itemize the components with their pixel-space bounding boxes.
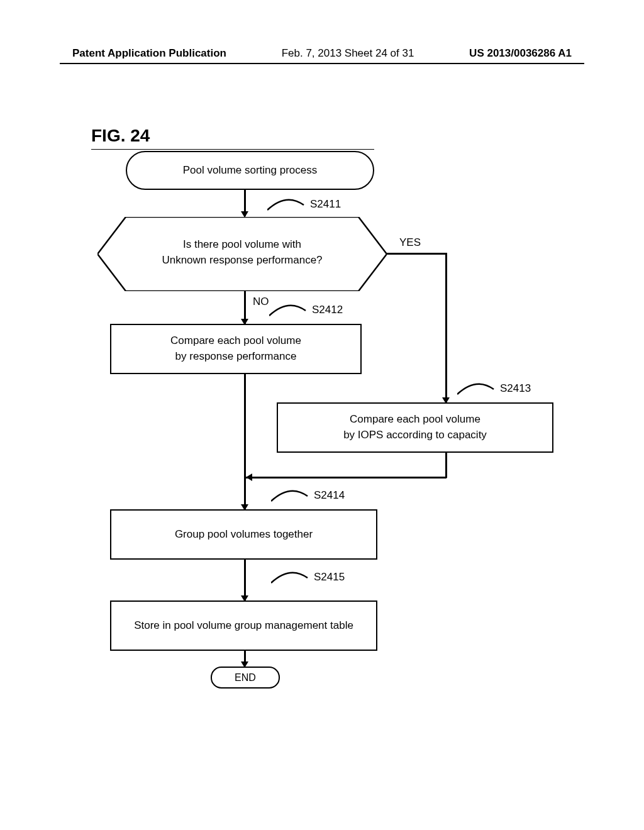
callout-arc-icon — [271, 569, 309, 585]
connector — [445, 453, 447, 478]
b4-text: Store in pool volume group management ta… — [134, 618, 353, 634]
figure-label: FIG. 24 — [91, 126, 150, 146]
connector — [244, 560, 246, 600]
start-label: Pool volume sorting process — [183, 164, 318, 177]
header-center: Feb. 7, 2013 Sheet 24 of 31 — [282, 47, 414, 60]
header-left: Patent Application Publication — [72, 47, 226, 60]
arrowhead-icon — [246, 473, 252, 481]
no-label: NO — [253, 296, 269, 308]
step-label-s2414: S2414 — [314, 489, 345, 502]
step-label-s2413: S2413 — [500, 382, 531, 395]
process-group-volumes: Group pool volumes together — [110, 509, 377, 560]
process-compare-iops: Compare each pool volume by IOPS accordi… — [277, 402, 553, 453]
flowchart-diagram: Pool volume sorting process S2411 Is the… — [91, 151, 569, 717]
b1-line1: Compare each pool volume — [170, 335, 301, 346]
yes-label: YES — [399, 236, 421, 249]
decision-box: Is there pool volume with Unknown respon… — [97, 217, 387, 291]
step-label-s2412: S2412 — [312, 304, 343, 316]
process-compare-response: Compare each pool volume by response per… — [110, 324, 362, 374]
page-header: Patent Application Publication Feb. 7, 2… — [0, 47, 644, 60]
step-label-s2411: S2411 — [310, 198, 341, 211]
callout-arc-icon — [271, 487, 309, 504]
header-rule — [60, 63, 584, 64]
b2-line1: Compare each pool volume — [350, 413, 480, 425]
connector — [445, 253, 447, 404]
process-store-table: Store in pool volume group management ta… — [110, 600, 377, 651]
callout-arc-icon — [269, 302, 307, 318]
b1-line2: by response performance — [175, 350, 297, 362]
step-label-s2415: S2415 — [314, 571, 345, 584]
b3-text: Group pool volumes together — [175, 527, 313, 543]
start-terminator: Pool volume sorting process — [126, 151, 374, 190]
connector — [244, 374, 246, 509]
connector — [245, 477, 447, 479]
decision-line2: Unknown response performance? — [162, 254, 322, 266]
b2-line2: by IOPS according to capacity — [343, 429, 487, 441]
end-label: END — [235, 672, 256, 683]
callout-arc-icon — [457, 380, 495, 397]
figure-underline — [91, 149, 374, 150]
decision-line1: Is there pool volume with — [183, 238, 301, 250]
end-terminator: END — [211, 667, 280, 689]
header-right: US 2013/0036286 A1 — [469, 47, 572, 60]
callout-arc-icon — [267, 196, 305, 213]
connector — [387, 253, 447, 255]
